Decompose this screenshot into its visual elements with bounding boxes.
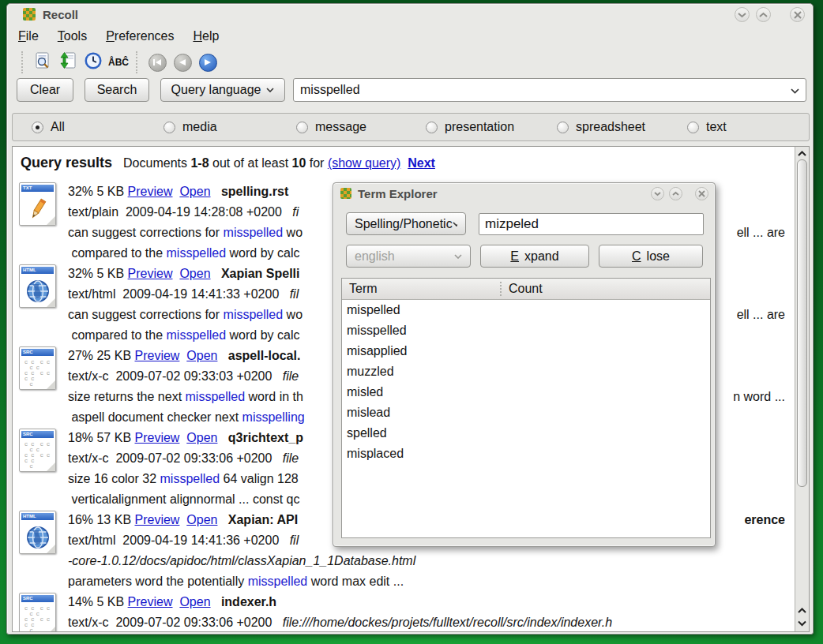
text-segment [173,182,180,202]
open-link[interactable]: Open [186,428,217,448]
toolbar-separator [136,51,140,73]
term-input[interactable]: mizpeled [479,213,704,235]
term-row[interactable]: misplaced [342,444,710,464]
scroll-up-button[interactable] [797,148,807,159]
term-row[interactable]: spelled [342,423,710,444]
search-button[interactable]: Search [85,78,149,102]
chevron-up-icon [798,608,806,614]
chevron-down-icon [798,620,806,627]
search-input-value: misspelled [300,83,360,97]
radio-button-icon[interactable] [687,122,699,133]
result-icon-box[interactable]: HTML [19,509,68,591]
expansion-mode-dropdown[interactable]: Spelling/Phonetic [346,212,466,235]
history-clock-button[interactable] [81,51,106,74]
chevron-down-icon [453,222,457,227]
menu-item-preferences[interactable]: Preferences [106,29,174,43]
radio-button-icon[interactable] [163,122,175,133]
chevron-down-icon [454,254,462,259]
search-doc-button[interactable] [30,51,55,74]
filter-label: presentation [445,120,514,134]
open-link[interactable]: Open [179,264,210,284]
close-dialog-button[interactable]: Close [599,245,703,268]
scroll-down-button[interactable] [797,618,807,628]
text-segment [211,592,221,612]
result-icon-box[interactable]: TXT [19,181,68,263]
term-table-header[interactable]: Term Count [342,279,710,300]
result-icon-box[interactable]: SRCc c c c c c c c c c c c c [19,591,68,632]
term-column-header[interactable]: Term [342,282,500,296]
next-link[interactable]: Next [408,156,435,170]
result-icon-box[interactable]: SRCc c c c c c c c c c c c c [19,427,68,509]
text-document-icon: TXT [19,182,56,226]
results-scrollbar[interactable] [795,147,809,631]
scroll-up-button-bottom[interactable] [797,605,807,616]
clear-button[interactable]: Clear [17,78,73,102]
text-segment: can suggest corrections for [68,305,224,325]
filter-radio-text[interactable]: text [687,120,727,134]
term-row[interactable]: muzzled [342,361,710,382]
text-segment: spelling.rst [221,182,288,202]
term-row[interactable]: mislead [342,402,710,423]
filter-radio-all[interactable]: All [32,120,65,134]
text-segment: Xapian Spelli [221,264,300,284]
next-page-button[interactable] [195,51,220,74]
term-row[interactable]: mispelled [342,300,710,320]
filter-radio-spreadsheet[interactable]: spreadsheet [557,120,645,134]
radio-button-icon[interactable] [296,122,308,133]
preview-link[interactable]: Preview [128,264,173,284]
toolbar: ÅBĈ [7,48,813,77]
text-segment: for [306,156,328,170]
chevron-down-icon [738,12,746,18]
open-link[interactable]: Open [179,592,210,612]
page-fold [47,298,55,307]
prev-page-button[interactable] [170,51,195,74]
spellcheck-abc-button[interactable]: ÅBĈ [106,51,131,74]
show-query-link[interactable]: (show query) [328,156,400,170]
scrollbar-thumb[interactable] [797,159,807,487]
chevron-down-icon[interactable] [791,88,799,94]
dialog-close-button[interactable] [695,187,708,200]
menu-item-tools[interactable]: Tools [58,29,87,43]
minimize-button[interactable] [735,7,750,22]
expand-button[interactable]: Expand [480,245,589,268]
language-dropdown[interactable]: english [346,245,471,268]
preview-link[interactable]: Preview [128,182,173,202]
dialog-minimize-button[interactable] [651,187,664,200]
search-input[interactable]: misspelled [293,78,806,102]
filter-radio-presentation[interactable]: presentation [426,120,514,134]
term-row[interactable]: misled [342,382,710,402]
text-segment: word by calc [226,243,299,264]
open-link[interactable]: Open [186,346,217,366]
preview-link[interactable]: Preview [135,428,180,448]
preview-link[interactable]: Preview [135,346,180,366]
doc-type-band: SRC [21,595,54,602]
radio-button-icon[interactable] [426,122,438,133]
radio-button-icon[interactable] [557,122,569,133]
result-icon-box[interactable]: HTML [19,263,68,345]
term-row[interactable]: misspelled [342,320,710,341]
menu-item-help[interactable]: Help [193,29,219,43]
open-link[interactable]: Open [186,510,217,530]
open-link[interactable]: Open [179,182,210,202]
maximize-button[interactable] [756,7,771,22]
chevron-down-icon [266,88,274,92]
filter-radio-media[interactable]: media [163,120,217,134]
close-button[interactable] [790,7,805,22]
term-row[interactable]: misapplied [342,341,710,361]
result-line: parameters word the potentially misspell… [68,571,809,592]
menu-item-file[interactable]: File [18,29,39,43]
text-segment: word by calc [226,325,299,346]
query-language-dropdown[interactable]: Query language [160,78,285,102]
titlebar[interactable]: Recoll [7,4,813,24]
update-index-icon [58,51,77,73]
count-column-header[interactable]: Count [500,282,581,296]
preview-link[interactable]: Preview [128,592,173,612]
radio-button-icon[interactable] [32,122,43,133]
first-page-button[interactable] [145,51,170,74]
filter-radio-message[interactable]: message [296,120,366,134]
filter-label: All [51,120,65,134]
result-icon-box[interactable]: SRCc c c c c c c c c c c c c [19,345,68,427]
dialog-maximize-button[interactable] [669,187,682,200]
preview-link[interactable]: Preview [135,510,180,530]
update-index-button[interactable] [55,51,81,74]
